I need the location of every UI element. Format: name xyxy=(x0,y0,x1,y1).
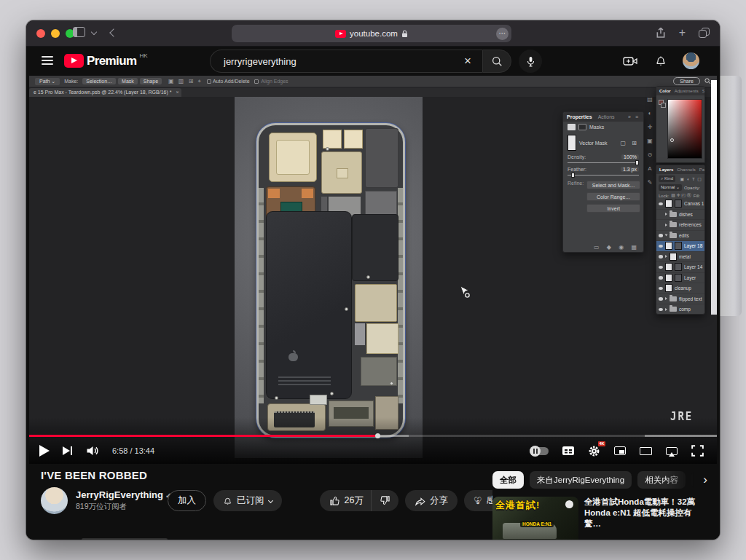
next-video-button[interactable] xyxy=(63,446,73,456)
auto-add-delete-checkbox[interactable]: Auto Add/Delete xyxy=(207,79,250,84)
visibility-eye-icon[interactable] xyxy=(659,266,663,269)
search-input[interactable]: × xyxy=(210,50,482,73)
back-button[interactable] xyxy=(109,28,117,36)
layer-row[interactable]: Layer 14 xyxy=(656,262,704,273)
recommended-video[interactable]: 全港首試! HONDA E:N1 全港首試Honda電動車！32萬 Honda … xyxy=(492,497,708,540)
refine-button[interactable]: Select and Mask… xyxy=(586,181,640,189)
photoshop-search-icon[interactable] xyxy=(704,78,711,84)
expand-caret-icon[interactable] xyxy=(665,213,667,216)
settings-button[interactable]: 4K xyxy=(588,445,600,457)
collapsed-panel-icon[interactable]: A xyxy=(648,165,651,172)
dislike-button[interactable] xyxy=(371,490,398,511)
density-knob[interactable] xyxy=(635,160,639,165)
miniplayer-button[interactable] xyxy=(614,446,626,455)
feather-knob[interactable] xyxy=(571,173,575,178)
like-button[interactable]: 26万 xyxy=(320,490,371,511)
lock-icons[interactable]: ▨ ✛ ◰ ⓐ xyxy=(671,192,691,199)
vector-mask-icon[interactable] xyxy=(578,124,586,130)
chips-next-button[interactable]: › xyxy=(696,471,714,489)
panel-collapse-icon[interactable]: » ≡ xyxy=(628,114,640,119)
theater-mode-button[interactable] xyxy=(640,447,652,455)
pixel-mask-icon[interactable] xyxy=(568,124,576,130)
join-button[interactable]: 加入 xyxy=(168,490,206,511)
layer-row[interactable]: metal xyxy=(656,252,704,263)
video-player[interactable]: Path ⌄ Make: Selection…MaskShape ▣ ▥ ⊞ ⌖… xyxy=(29,76,717,464)
tool-preset-dropdown[interactable]: Path ⌄ xyxy=(35,78,60,85)
visibility-eye-icon[interactable] xyxy=(659,245,663,248)
scrubber-dot[interactable] xyxy=(375,433,380,438)
visibility-eye-icon[interactable] xyxy=(659,276,663,280)
layers-panel-tab[interactable]: Paths xyxy=(699,167,704,172)
voice-search-button[interactable] xyxy=(519,50,542,73)
filter-chip[interactable]: 全部 xyxy=(492,471,524,489)
airplay-button[interactable] xyxy=(666,447,678,455)
density-slider[interactable]: Density:100% xyxy=(563,153,643,165)
sidebar-toggle-icon[interactable] xyxy=(73,27,85,37)
close-window-button[interactable] xyxy=(36,29,45,38)
new-tab-button[interactable]: + xyxy=(679,26,686,39)
collapsed-panel-icon[interactable]: ◐ xyxy=(648,110,652,117)
expand-caret-icon[interactable] xyxy=(665,308,667,311)
progress-bar[interactable] xyxy=(29,435,717,437)
chevron-down-icon[interactable] xyxy=(91,29,97,35)
guide-menu-button[interactable] xyxy=(42,56,53,65)
layer-row[interactable]: dishes xyxy=(656,210,704,221)
collapsed-panel-icon[interactable]: ✛ xyxy=(648,124,653,130)
color-gradient-field[interactable] xyxy=(667,99,702,159)
align-edges-checkbox[interactable]: Align Edges xyxy=(254,79,288,84)
recommended-title[interactable]: 全港首試Honda電動車！32萬 Honda e:N1 超低電耗操控有驚… xyxy=(584,497,708,540)
channel-name[interactable]: JerryRigEverything✓ xyxy=(76,489,162,500)
autoplay-toggle[interactable] xyxy=(530,447,549,455)
visibility-eye-icon[interactable] xyxy=(659,308,663,312)
collapsed-panel-icon[interactable]: ▣ xyxy=(647,138,653,144)
notifications-bell-icon[interactable] xyxy=(655,55,667,67)
refine-button[interactable]: Color Range… xyxy=(586,192,640,201)
color-panel-tab[interactable]: Adjustments xyxy=(675,89,699,93)
options-bar-button[interactable]: Mask xyxy=(118,78,138,84)
color-picker-marker[interactable] xyxy=(670,138,674,142)
layer-row[interactable]: references xyxy=(656,220,704,231)
panel-footer-icons[interactable]: ▭ ◆ ◉ ▦ xyxy=(594,244,640,251)
photoshop-share-button[interactable]: Share xyxy=(673,77,700,85)
filter-chip[interactable]: 为 xyxy=(691,471,694,489)
layer-row[interactable]: Layer 18 xyxy=(656,241,704,252)
filter-chip[interactable]: 相关内容 xyxy=(637,471,686,489)
blend-mode-dropdown[interactable]: Normal ⌄ xyxy=(659,184,682,191)
layer-row[interactable]: Canvas 1 xyxy=(656,199,704,210)
refine-button[interactable]: Invert xyxy=(586,204,640,213)
youtube-premium-logo[interactable]: Premium HK xyxy=(64,52,148,68)
expand-caret-icon[interactable] xyxy=(665,224,667,226)
subscribed-button[interactable]: 已订阅 xyxy=(213,490,282,511)
document-tab[interactable]: e 15 Pro Max - Teardown.psb @ 22.4% (Lay… xyxy=(29,88,181,97)
layer-row[interactable]: edits xyxy=(656,231,704,242)
options-bar-button[interactable]: Selection… xyxy=(82,78,116,84)
filter-chip[interactable]: 来自JerryRigEverything xyxy=(530,471,632,489)
tab-actions[interactable]: Actions xyxy=(598,114,615,119)
fullscreen-button[interactable] xyxy=(691,445,704,457)
visibility-eye-icon[interactable] xyxy=(659,202,663,206)
recommended-thumbnail[interactable]: 全港首試! HONDA E:N1 xyxy=(492,497,578,540)
page-menu-button[interactable]: ⋯ xyxy=(496,28,509,40)
collapsed-panel-icon[interactable]: ✎ xyxy=(648,179,653,186)
visibility-eye-icon[interactable] xyxy=(659,297,663,301)
share-icon[interactable] xyxy=(656,27,666,39)
visibility-eye-icon[interactable] xyxy=(659,234,663,237)
visibility-eye-icon[interactable] xyxy=(659,287,663,291)
expand-caret-icon[interactable] xyxy=(665,255,667,258)
visibility-eye-icon[interactable] xyxy=(659,255,663,259)
channel-avatar[interactable] xyxy=(41,487,68,514)
layers-panel-tab[interactable]: Layers xyxy=(659,167,673,172)
share-button[interactable]: 分享 xyxy=(405,490,458,511)
feather-slider[interactable]: Feather:1.3 px xyxy=(563,165,643,178)
options-bar-button[interactable]: Shape xyxy=(140,78,162,84)
collapsed-panel-icon[interactable]: ▤ xyxy=(647,96,653,103)
path-ops-icons[interactable]: ▣ ▥ ⊞ ⌖ xyxy=(168,78,203,85)
layers-panel-tab[interactable]: Channels xyxy=(677,167,695,172)
layer-filter-search[interactable]: ⌕ Kind xyxy=(659,176,675,182)
clear-search-button[interactable]: × xyxy=(459,52,476,70)
vector-mask-thumbnail[interactable] xyxy=(568,135,576,151)
expand-caret-icon[interactable] xyxy=(665,297,667,300)
expand-caret-icon[interactable] xyxy=(665,234,668,237)
foreground-background-swatches[interactable] xyxy=(659,100,666,109)
collapsed-panel-icon[interactable]: ⊙ xyxy=(648,151,653,158)
